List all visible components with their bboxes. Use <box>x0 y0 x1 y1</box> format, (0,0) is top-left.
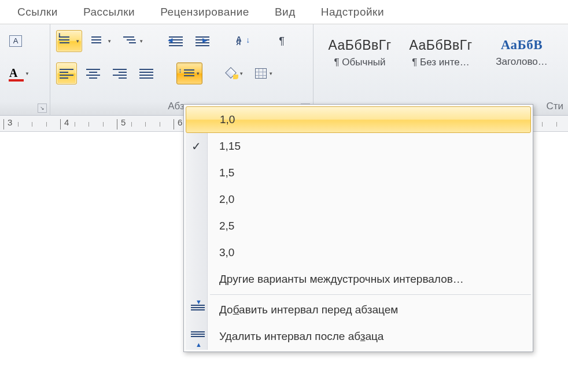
tab-addins[interactable]: Надстройки <box>321 6 384 19</box>
font-color-icon: A <box>9 67 23 80</box>
add-space-before-icon: ▼ <box>191 304 205 316</box>
char-shading-icon: A <box>9 35 22 47</box>
style-tile-normal[interactable]: АаБбВвГг ¶ Обычный <box>319 30 400 75</box>
font-group-partial: A A ▼ ↘ <box>0 24 50 116</box>
sort-icon: АЯ↓ <box>236 35 249 47</box>
line-spacing-option-1-5[interactable]: 1,5 <box>186 160 531 186</box>
style-label: ¶ Обычный <box>334 57 386 68</box>
menu-item-label: 1,15 <box>219 140 241 153</box>
style-label: ¶ Без инте… <box>412 57 470 68</box>
align-left-icon <box>60 67 73 80</box>
tab-references[interactable]: Ссылки <box>17 6 58 19</box>
checkmark-icon: ✓ <box>191 139 201 153</box>
align-justify-icon <box>139 67 153 80</box>
menu-item-label: Добавить интервал перед абзацем <box>219 304 398 316</box>
line-spacing-option-3-0[interactable]: 3,0 <box>186 239 531 266</box>
tab-review[interactable]: Рецензирование <box>160 6 249 19</box>
shading-button[interactable]: ▼ <box>222 62 246 84</box>
menu-separator <box>210 294 531 295</box>
menu-item-label: 1,0 <box>220 113 235 126</box>
show-pilcrow-button[interactable]: ¶ <box>272 30 292 52</box>
style-sample: АаБбВвГг <box>328 38 391 53</box>
remove-space-after-icon: ▲ <box>191 330 205 343</box>
style-label: Заголово… <box>496 56 548 68</box>
bullets-button[interactable]: ▼ <box>56 30 82 52</box>
chevron-down-icon: ▼ <box>25 71 29 76</box>
line-spacing-option-1-0[interactable]: 1,0 <box>186 106 531 133</box>
menu-item-label: 2,0 <box>219 193 234 206</box>
ruler-number: 6 <box>178 117 182 127</box>
line-spacing-option-2-0[interactable]: 2,0 <box>186 186 531 213</box>
ruler-number: 4 <box>64 117 69 127</box>
styles-group: АаБбВвГг ¶ Обычный АаБбВвГг ¶ Без инте… … <box>313 24 568 116</box>
align-right-button[interactable] <box>109 62 130 84</box>
character-shading-button[interactable]: A <box>6 30 25 52</box>
chevron-down-icon: ▼ <box>107 39 112 44</box>
decrease-indent-icon: ◀ <box>169 35 183 47</box>
align-center-icon <box>86 67 100 80</box>
remove-space-after-paragraph[interactable]: ▲ Удалить интервал после абзаца <box>186 323 531 350</box>
multilevel-list-icon <box>123 35 137 47</box>
font-dialog-launcher[interactable]: ↘ <box>38 103 47 113</box>
increase-indent-icon: ▶ <box>196 35 209 47</box>
paragraph-group: ▼ ▼ ▼ ◀ ▶ АЯ↓ <box>50 24 313 116</box>
ruler-number: 5 <box>121 117 126 127</box>
pilcrow-icon: ¶ <box>279 36 285 46</box>
tab-view[interactable]: Вид <box>275 6 296 19</box>
menu-item-label: Другие варианты междустрочных интервалов… <box>219 273 464 286</box>
add-space-before-paragraph[interactable]: ▼ Добавить интервал перед абзацем <box>186 297 531 323</box>
line-spacing-option-2-5[interactable]: 2,5 <box>186 213 531 239</box>
style-tile-heading1[interactable]: АаБбВ Заголово… <box>481 30 562 75</box>
ribbon-tabs: Ссылки Рассылки Рецензирование Вид Надст… <box>0 0 568 24</box>
shading-icon <box>226 69 237 78</box>
borders-button[interactable]: ▼ <box>252 62 275 84</box>
chevron-down-icon: ▼ <box>139 39 143 44</box>
line-spacing-options[interactable]: Другие варианты междустрочных интервалов… <box>186 266 531 293</box>
sort-button[interactable]: АЯ↓ <box>233 30 252 52</box>
align-right-icon <box>113 67 127 80</box>
align-justify-button[interactable] <box>136 62 157 84</box>
menu-item-label: 2,5 <box>219 220 234 232</box>
chevron-down-icon: ▼ <box>268 71 273 76</box>
line-spacing-option-1-15[interactable]: ✓ 1,15 <box>186 133 531 160</box>
borders-icon <box>255 68 267 79</box>
style-sample: АаБбВвГг <box>409 38 472 53</box>
style-tile-nospacing[interactable]: АаБбВвГг ¶ Без инте… <box>400 30 481 75</box>
chevron-down-icon: ▼ <box>75 39 80 44</box>
chevron-down-icon: ▼ <box>196 71 200 76</box>
ruler-number: 3 <box>8 117 12 127</box>
line-spacing-button[interactable]: ↕ ▼ <box>176 62 202 84</box>
tab-mailings[interactable]: Рассылки <box>83 6 135 19</box>
multilevel-list-button[interactable]: ▼ <box>120 30 146 52</box>
decrease-indent-button[interactable]: ◀ <box>165 30 186 52</box>
bullets-icon <box>60 35 73 47</box>
numbering-icon <box>91 35 105 47</box>
styles-group-label: Сти <box>546 101 563 112</box>
style-sample: АаБбВ <box>501 38 543 53</box>
menu-item-label: Удалить интервал после абзаца <box>219 330 383 343</box>
chevron-down-icon: ▼ <box>239 71 244 76</box>
menu-item-label: 1,5 <box>219 167 234 179</box>
font-color-button[interactable]: A ▼ <box>6 62 32 84</box>
align-center-button[interactable] <box>83 62 104 84</box>
line-spacing-menu: 1,0 ✓ 1,15 1,5 2,0 2,5 3,0 Другие вариан… <box>183 104 533 352</box>
numbering-button[interactable]: ▼ <box>88 30 114 52</box>
ribbon: A A ▼ ↘ ▼ ▼ <box>0 24 568 116</box>
menu-item-label: 3,0 <box>219 246 234 259</box>
line-spacing-icon: ↕ <box>180 67 194 80</box>
increase-indent-button[interactable]: ▶ <box>192 30 213 52</box>
align-left-button[interactable] <box>56 62 77 84</box>
